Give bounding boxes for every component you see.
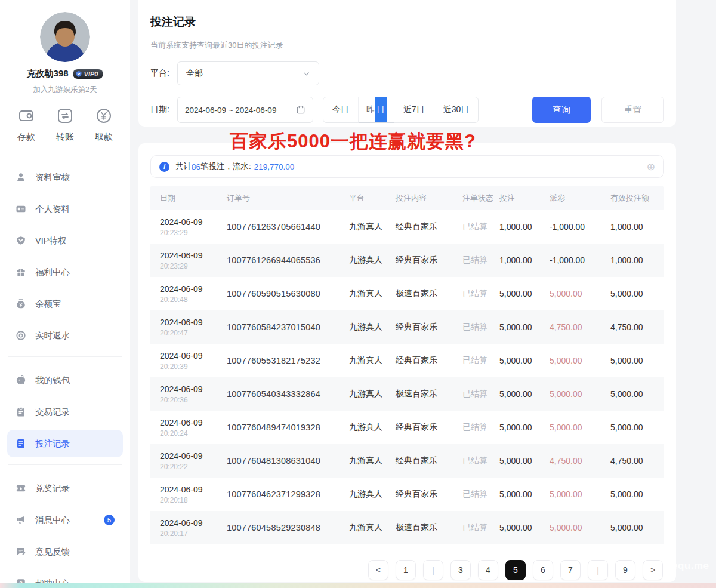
quick-range-3[interactable]: 近7日 — [394, 97, 434, 122]
cell-order-number: 1007761263705661440 — [227, 222, 349, 232]
cell-bet-content: 经典百家乐 — [396, 322, 462, 333]
row-time: 20:20:47 — [160, 329, 227, 337]
column-header: 投注内容 — [396, 193, 462, 204]
quick-range-1[interactable]: 今日 — [323, 97, 359, 122]
cell-valid-amount: 5,000.00 — [610, 523, 664, 532]
summary-suffix: 笔投注，流水: — [200, 161, 251, 172]
cell-platform: 九游真人 — [349, 522, 396, 533]
page-button-4[interactable]: 4 — [478, 560, 498, 580]
cell-date: 2024-06-0920:20:18 — [160, 485, 227, 504]
cell-bet-content: 经典百家乐 — [396, 221, 462, 232]
sidebar-item-label: 余额宝 — [35, 298, 61, 310]
cell-bet-content: 极速百家乐 — [396, 288, 462, 299]
page-title: 投注记录 — [150, 14, 664, 30]
cell-payout: 5,000.00 — [550, 356, 610, 365]
sidebar-item-label: VIP特权 — [35, 235, 66, 247]
info-icon: i — [159, 162, 169, 172]
feedback-icon — [16, 546, 27, 557]
sidebar-item-0-2[interactable]: VIP特权 — [7, 227, 123, 254]
search-button[interactable]: 查询 — [532, 97, 591, 123]
menu-group-divider — [8, 356, 122, 357]
filter-card: 投注记录 当前系统支持查询最近30日的投注记录 平台: 全部 日期: 2024-… — [138, 0, 676, 127]
money-bag-icon — [16, 298, 27, 309]
page-button-5[interactable]: 5 — [505, 560, 526, 580]
cell-platform: 九游真人 — [349, 288, 396, 299]
cell-valid-amount: 5,000.00 — [610, 490, 664, 499]
cell-status: 已结算 — [462, 489, 499, 500]
sidebar-item-2-0[interactable]: 兑奖记录 — [7, 475, 123, 502]
page-button-9[interactable]: 9 — [615, 560, 635, 580]
row-time: 20:20:24 — [160, 429, 227, 438]
sidebar-item-0-3[interactable]: 福利中心 — [7, 258, 123, 286]
sidebar-item-0-5[interactable]: 实时返水 — [7, 322, 123, 349]
bet-records-icon — [16, 438, 27, 449]
cell-bet-content: 经典百家乐 — [396, 255, 462, 266]
quick-action-label: 存款 — [17, 131, 35, 143]
cell-platform: 九游真人 — [349, 221, 396, 232]
sidebar-item-2-2[interactable]: 意见反馈 — [7, 538, 123, 565]
quick-action-label: 转账 — [56, 131, 74, 143]
cell-order-number: 1007760584237015040 — [227, 322, 349, 332]
page-button-1[interactable]: 1 — [396, 560, 416, 580]
sidebar-item-1-0[interactable]: 我的钱包 — [7, 367, 123, 394]
row-time: 20:20:18 — [160, 496, 227, 504]
platform-select[interactable]: 全部 — [177, 61, 319, 85]
vip-icon — [16, 235, 27, 246]
column-header: 日期 — [160, 193, 227, 204]
cell-bet-content: 经典百家乐 — [396, 455, 462, 466]
cell-platform: 九游真人 — [349, 389, 396, 399]
table-row: 2024-06-0920:20:361007760540343332864九游真… — [150, 377, 664, 411]
quick-range-4[interactable]: 近30日 — [434, 97, 479, 122]
cell-payout: -1,000.00 — [550, 222, 610, 232]
bottom-edge-strip — [0, 583, 716, 588]
plus-circle-icon[interactable]: ⊕ — [647, 162, 655, 172]
platform-label: 平台: — [150, 68, 169, 79]
sidebar-item-0-1[interactable]: 个人资料 — [7, 195, 123, 223]
summary-bar: i 共计86笔投注，流水: 219,770.00 ⊕ — [150, 155, 664, 178]
row-time: 20:20:36 — [160, 396, 227, 404]
quick-range-label: 近30日 — [443, 104, 470, 115]
cell-valid-amount: 5,000.00 — [610, 289, 664, 298]
quick-action-2[interactable]: 转账 — [54, 105, 76, 143]
menu-group-divider — [8, 464, 122, 465]
quick-action-1[interactable]: 存款 — [16, 105, 37, 143]
date-range-value: 2024-06-09 ~ 2024-06-09 — [185, 106, 277, 115]
page-button-7[interactable]: 7 — [560, 560, 581, 580]
vip-badge[interactable]: VIP0 — [73, 69, 104, 79]
sidebar-item-1-1[interactable]: 交易记录 — [7, 398, 123, 426]
ellipsis-button[interactable]: | — [588, 560, 608, 580]
table-row: 2024-06-0920:20:181007760462371299328九游真… — [150, 478, 664, 511]
sidebar-item-2-1[interactable]: 消息中心5 — [7, 506, 123, 534]
row-date: 2024-06-09 — [160, 485, 227, 494]
ellipsis-button[interactable]: | — [423, 560, 443, 580]
row-date: 2024-06-09 — [160, 251, 227, 260]
quick-action-3[interactable]: 取款 — [93, 105, 115, 143]
cell-platform: 九游真人 — [349, 322, 396, 333]
next-page-button[interactable]: > — [643, 560, 663, 580]
summary-turnover: 219,770.00 — [254, 162, 295, 171]
cell-bet-amount: 5,000.00 — [499, 523, 550, 532]
sidebar-item-0-0[interactable]: 资料审核 — [7, 164, 123, 191]
reset-button[interactable]: 重置 — [601, 97, 664, 123]
cell-order-number: 1007760458529230848 — [227, 523, 349, 532]
table-row: 2024-06-0920:20:481007760590515630080九游真… — [150, 277, 664, 310]
quick-range-2[interactable]: 昨日 — [359, 97, 394, 123]
summary-count: 86 — [192, 162, 200, 171]
user-avatar[interactable] — [40, 12, 90, 62]
cell-date: 2024-06-0920:20:22 — [160, 451, 227, 471]
cell-valid-amount: 4,750.00 — [610, 456, 664, 466]
sidebar-item-label: 实时返水 — [35, 330, 70, 341]
sidebar-item-0-4[interactable]: 余额宝 — [7, 290, 123, 318]
column-header: 有效投注额 — [610, 193, 664, 204]
sidebar-item-1-2[interactable]: 投注记录 — [7, 430, 123, 457]
page-button-3[interactable]: 3 — [450, 560, 471, 580]
table-row: 2024-06-0920:20:241007760489474019328九游真… — [150, 411, 664, 444]
cell-bet-amount: 1,000.00 — [499, 255, 550, 265]
cell-payout: 5,000.00 — [550, 523, 610, 532]
cell-date: 2024-06-0920:23:29 — [160, 251, 227, 270]
date-range-input[interactable]: 2024-06-09 ~ 2024-06-09 — [177, 97, 313, 123]
page-button-6[interactable]: 6 — [533, 560, 553, 580]
prev-page-button[interactable]: < — [368, 560, 388, 580]
cell-bet-amount: 5,000.00 — [499, 322, 550, 332]
cell-valid-amount: 5,000.00 — [610, 423, 664, 432]
